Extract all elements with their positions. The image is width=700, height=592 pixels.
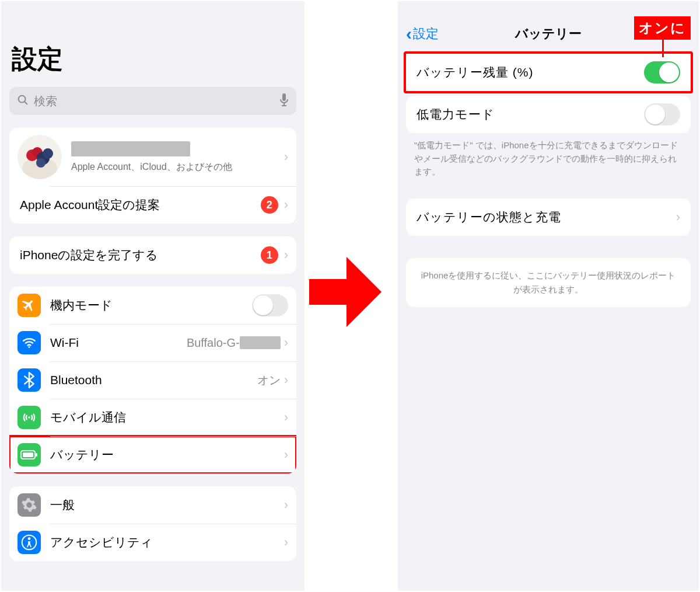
svg-point-18	[28, 537, 31, 540]
battery-health-row[interactable]: バッテリーの状態と充電 ›	[406, 199, 691, 236]
battery-settings-screen: オンに ‹ 設定 バッテリー バッテリー残量 (%) 低電力モード "低電力モー…	[398, 1, 699, 591]
battery-percent-label: バッテリー残量 (%)	[416, 64, 644, 81]
battery-row[interactable]: バッテリー ›	[9, 436, 296, 473]
cellular-row[interactable]: モバイル通信 ›	[9, 399, 296, 436]
back-label: 設定	[413, 25, 439, 43]
finish-setup-badge: 1	[261, 246, 278, 264]
dictation-icon[interactable]	[279, 93, 289, 109]
airplane-toggle[interactable]	[252, 294, 288, 316]
suggestions-label: Apple Account設定の提案	[20, 197, 261, 213]
chevron-right-icon: ›	[676, 210, 680, 225]
general-row[interactable]: 一般 ›	[9, 486, 296, 524]
low-power-toggle[interactable]	[644, 103, 680, 126]
svg-point-11	[36, 158, 46, 168]
wifi-ssid-redacted	[240, 336, 281, 349]
suggestions-badge: 2	[261, 196, 278, 214]
chevron-right-icon: ›	[284, 248, 288, 263]
battery-label: バッテリー	[50, 447, 281, 463]
chevron-right-icon: ›	[284, 447, 288, 462]
wifi-label: Wi-Fi	[50, 336, 187, 350]
chevron-right-icon: ›	[284, 197, 288, 213]
bluetooth-icon	[18, 368, 41, 392]
percent-highlight: バッテリー残量 (%)	[404, 51, 693, 93]
low-power-row[interactable]: 低電力モード	[406, 96, 691, 133]
battery-percent-row[interactable]: バッテリー残量 (%)	[406, 54, 691, 91]
wifi-row[interactable]: Wi-Fi Buffalo-G- ›	[9, 324, 296, 361]
svg-rect-15	[23, 452, 33, 457]
finish-setup-card: iPhoneの設定を完了する 1 ›	[9, 236, 296, 274]
settings-root-screen: 設定 検索 Apple Account、iCloud、およびその他 › Appl…	[1, 1, 304, 591]
connectivity-card: 機内モード Wi-Fi Buffalo-G- › Bluetooth オン › …	[9, 287, 296, 473]
search-icon	[16, 93, 29, 109]
chevron-right-icon: ›	[284, 497, 288, 513]
chevron-right-icon: ›	[284, 149, 288, 165]
general-label: 一般	[50, 497, 281, 513]
account-text: Apple Account、iCloud、およびその他	[71, 141, 281, 173]
search-placeholder: 検索	[34, 93, 279, 109]
chevron-right-icon: ›	[284, 372, 288, 388]
cellular-label: モバイル通信	[50, 409, 281, 426]
cellular-icon	[18, 406, 41, 429]
chevron-right-icon: ›	[284, 410, 288, 425]
svg-line-1	[24, 102, 27, 104]
chevron-right-icon: ›	[284, 335, 288, 350]
low-power-footnote: "低電力モード" では、iPhoneを十分に充電できるまでダウンロードやメール受…	[398, 133, 699, 179]
svg-rect-16	[36, 453, 37, 457]
wifi-value-prefix: Buffalo-G-	[187, 336, 240, 349]
gear-icon	[18, 493, 41, 517]
wifi-value: Buffalo-G-	[187, 336, 281, 350]
airplane-icon	[18, 294, 41, 317]
battery-icon	[18, 443, 41, 466]
apple-account-row[interactable]: Apple Account、iCloud、およびその他 ›	[9, 128, 296, 186]
bluetooth-label: Bluetooth	[50, 373, 257, 387]
svg-point-10	[43, 148, 53, 159]
airplane-mode-row[interactable]: 機内モード	[9, 287, 296, 324]
account-subtitle: Apple Account、iCloud、およびその他	[71, 161, 281, 173]
chevron-left-icon: ‹	[406, 24, 412, 44]
airplane-label: 機内モード	[50, 297, 252, 314]
bluetooth-value: オン	[257, 372, 281, 388]
finish-setup-label: iPhoneの設定を完了する	[20, 247, 261, 263]
arrow-right-icon	[309, 257, 385, 327]
bluetooth-row[interactable]: Bluetooth オン ›	[9, 361, 296, 399]
finish-setup-row[interactable]: iPhoneの設定を完了する 1 ›	[9, 236, 296, 274]
chevron-right-icon: ›	[284, 535, 288, 550]
low-power-label: 低電力モード	[416, 106, 644, 123]
step-arrow	[309, 257, 385, 327]
general-card: 一般 › アクセシビリティ ›	[9, 486, 296, 561]
account-suggestions-row[interactable]: Apple Account設定の提案 2 ›	[9, 186, 296, 224]
back-button[interactable]: ‹ 設定	[406, 24, 439, 44]
svg-point-13	[28, 416, 30, 418]
battery-health-label: バッテリーの状態と充電	[416, 209, 673, 225]
screen-title: バッテリー	[398, 25, 699, 43]
svg-point-12	[28, 346, 30, 348]
avatar	[18, 135, 62, 179]
svg-rect-2	[282, 93, 286, 101]
page-title: 設定	[12, 42, 296, 76]
wifi-icon	[18, 331, 41, 354]
accessibility-label: アクセシビリティ	[50, 534, 281, 551]
accessibility-icon	[18, 531, 41, 554]
search-field[interactable]: 検索	[9, 87, 296, 115]
account-name-redacted	[71, 141, 190, 156]
usage-placeholder: iPhoneを使用するに従い、ここにバッテリー使用状況のレポートが表示されます。	[406, 258, 691, 307]
nav-bar: ‹ 設定 バッテリー	[398, 16, 699, 51]
battery-percent-toggle[interactable]	[644, 61, 680, 83]
accessibility-row[interactable]: アクセシビリティ ›	[9, 524, 296, 561]
account-card: Apple Account、iCloud、およびその他 › Apple Acco…	[9, 128, 296, 224]
